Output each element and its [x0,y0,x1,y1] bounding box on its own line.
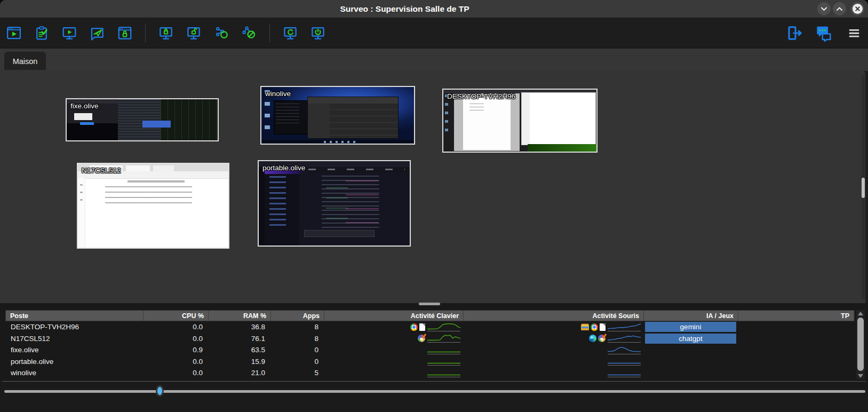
cell-keyboard-activity [324,368,463,378]
screen-thumbnail-portable-olive[interactable]: portable.olive [258,160,411,247]
column-header-activit-souris[interactable]: Activité Souris [464,311,644,321]
thumbnail-art [265,174,299,245]
network-allow-button[interactable] [213,25,230,42]
logout-button[interactable] [786,25,803,42]
lock-browser-button[interactable] [116,25,133,42]
cell-mouse-activity [463,333,643,344]
toolbar [0,18,868,47]
thumbnail-art [304,230,375,237]
cell-keyboard-activity [324,333,463,344]
send-message-icon [89,25,105,41]
window-title: Surveo : Supervision Salle de TP [32,0,777,18]
table-row[interactable]: DESKTOP-TVH2H960.036.88gemini [5,321,854,333]
screens-panel: fixe.olive winolive DESKTOP-TVH2H96 N17C [0,70,865,303]
table-row[interactable]: N17CSL5120.076.18chatgpt [5,333,854,345]
toolbar-separator [145,23,146,43]
scroll-down-arrow-icon[interactable] [858,374,863,378]
screen-label: winolive [265,90,291,98]
lock-screen-icon [158,25,174,41]
table-scrollbar[interactable] [856,310,865,379]
chat-button[interactable] [816,25,833,42]
splitter-handle[interactable] [419,303,440,305]
zoom-slider-track[interactable] [4,390,865,393]
thumbnail-art [259,167,265,245]
thumbnail-art [74,113,92,120]
column-header-tp[interactable]: TP [738,311,854,321]
cell-keyboard-activity [324,356,463,367]
chrome-icon [591,323,598,331]
table-row[interactable]: portable.olive0.015.90 [5,356,854,368]
scroll-up-arrow-icon[interactable] [858,312,863,315]
app-window: Surveo : Supervision Salle de TP [0,0,868,412]
ia-badge[interactable]: gemini [645,322,736,332]
column-header-ram-[interactable]: RAM % [209,311,271,321]
cell-cpu: 0.0 [143,358,208,366]
tab-maison[interactable]: Maison [4,52,46,71]
cell-ram: 21.0 [208,369,270,377]
thumbnail-art [521,92,596,145]
ia-badge[interactable]: chatgpt [645,334,736,344]
unlock-screen-button[interactable] [185,25,202,42]
document-icon [419,323,425,331]
restart-computer-button[interactable] [282,25,299,42]
edge-icon [589,335,596,342]
cell-ram: 36.8 [208,323,270,331]
cell-keyboard-activity [324,345,463,355]
activity-sparkline [607,322,641,332]
broadcast-screen-icon [61,25,77,41]
cell-apps: 8 [270,323,324,331]
thumbnail-art [463,97,511,150]
thumbnail-art [142,121,171,128]
cell-ram: 63.5 [208,346,270,354]
chevron-up-icon [833,2,846,15]
cell-cpu: 0.0 [143,335,208,343]
window-close-button[interactable] [851,2,864,15]
cell-poste: DESKTOP-TVH2H96 [5,323,143,331]
lock-browser-icon [117,25,133,41]
network-allow-icon [213,25,229,41]
hamburger-menu-icon [847,26,862,41]
toolbar-separator [269,23,270,43]
broadcast-screen-button[interactable] [61,25,78,42]
thumbnail-art [528,144,596,152]
screen-thumbnail-winolive[interactable]: winolive [260,86,415,145]
task-checklist-button[interactable] [33,25,50,42]
palette-icon [418,335,425,342]
activity-sparkline [427,333,461,344]
column-header-apps[interactable]: Apps [271,311,324,321]
cell-mouse-activity [463,345,643,355]
column-header-activit-clavier[interactable]: Activité Clavier [324,311,464,321]
lock-screen-button[interactable] [157,25,174,42]
screen-label: N17CSL512 [82,167,121,175]
table-row[interactable]: fixe.olive0.963.50 [5,344,854,356]
screen-thumbnail-desktop-tvh2h96[interactable]: DESKTOP-TVH2H96 [442,89,598,153]
table-row[interactable]: winolive0.021.05 [5,367,854,379]
cell-mouse-activity [463,322,643,332]
column-header-ia-jeux[interactable]: IA / Jeux [644,311,738,321]
column-header-cpu-[interactable]: CPU % [144,311,209,321]
thumbnail-art [324,141,357,143]
stats-table: PosteCPU %RAM %AppsActivité ClavierActiv… [0,303,868,381]
send-message-button[interactable] [89,25,106,42]
column-header-poste[interactable]: Poste [6,311,144,321]
cell-poste: winolive [5,369,143,377]
table-scrollbar-thumb[interactable] [857,318,864,371]
titlebar[interactable]: Surveo : Supervision Salle de TP [0,0,868,18]
main-menu-button[interactable] [846,25,863,42]
screen-thumbnail-fixe-olive[interactable]: fixe.olive [66,98,219,141]
screen-label: DESKTOP-TVH2H96 [447,92,515,100]
cell-mouse-activity [463,356,643,367]
window-shade-down-button[interactable] [817,2,831,15]
cell-cpu: 0.0 [143,369,208,377]
shutdown-computer-button[interactable] [309,25,327,42]
chrome-icon [410,323,418,331]
activity-sparkline [607,345,641,355]
zoom-slider-handle[interactable] [156,385,164,397]
window-shade-up-button[interactable] [833,2,846,15]
network-block-button[interactable] [241,25,258,42]
panel-scrollbar[interactable] [862,75,865,299]
launch-program-button[interactable] [5,25,22,42]
network-block-icon [241,25,257,41]
panel-scrollbar-thumb[interactable] [862,178,865,198]
screen-thumbnail-n17csl512[interactable]: N17CSL512 [77,163,229,249]
